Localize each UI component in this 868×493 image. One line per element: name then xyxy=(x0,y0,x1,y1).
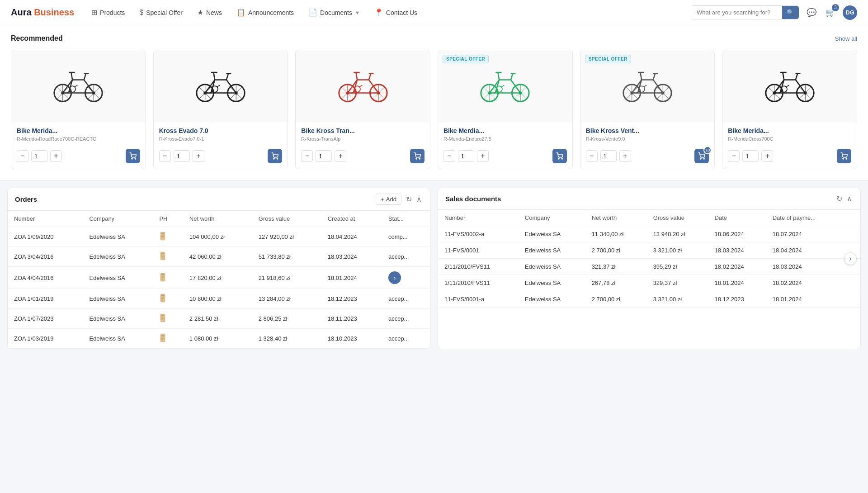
doc-company[interactable]: Edelweiss SA xyxy=(519,226,585,242)
chat-button[interactable]: 💬 xyxy=(805,6,818,19)
nav-label-documents: Documents xyxy=(320,9,352,16)
doc-company[interactable]: Edelweiss SA xyxy=(519,259,585,275)
ph-icon xyxy=(159,333,166,342)
order-number[interactable]: ZOA 3/04/2016 xyxy=(8,247,83,267)
order-company[interactable]: Edelweiss SA xyxy=(83,247,153,267)
refresh-orders-button[interactable]: ↻ xyxy=(405,194,413,204)
chat-icon: 💬 xyxy=(807,8,816,17)
doc-company[interactable]: Edelweiss SA xyxy=(519,242,585,259)
product-name: Bike Kross Tran... xyxy=(301,127,425,134)
dollar-icon: $ xyxy=(139,9,143,17)
qty-input[interactable] xyxy=(31,150,47,162)
product-image-area xyxy=(722,50,857,123)
svg-line-135 xyxy=(783,73,784,80)
svg-marker-36 xyxy=(205,80,236,93)
svg-line-89 xyxy=(511,74,513,80)
search-button[interactable]: 🔍 xyxy=(782,6,799,19)
bike-image xyxy=(193,68,248,104)
refresh-sales-button[interactable]: ↻ xyxy=(835,194,843,204)
order-company[interactable]: Edelweiss SA xyxy=(83,289,153,309)
doc-number[interactable]: 1/11/2010/FVS11 xyxy=(438,275,519,291)
table-row: ZOA 4/04/2016 Edelweiss SA 17 820,00 zł … xyxy=(8,267,430,289)
qty-decrease-button[interactable]: − xyxy=(443,150,455,162)
qty-decrease-button[interactable]: − xyxy=(301,150,313,162)
special-offer-badge: SPECIAL OFFER xyxy=(443,55,489,63)
add-to-cart-button[interactable]: 10 xyxy=(694,149,709,163)
sales-table-header-row: Number Company Net worth Gross value Dat… xyxy=(438,210,860,226)
search-input[interactable] xyxy=(691,6,782,19)
collapse-orders-button[interactable]: ∧ xyxy=(415,194,423,204)
add-to-cart-button[interactable] xyxy=(837,149,851,163)
order-number[interactable]: ZOA 1/07/2023 xyxy=(8,309,83,329)
avatar[interactable]: DG xyxy=(843,5,857,20)
order-company[interactable]: Edelweiss SA xyxy=(83,309,153,329)
doc-company[interactable]: Edelweiss SA xyxy=(519,291,585,308)
qty-increase-button[interactable]: + xyxy=(335,150,346,162)
doc-number[interactable]: 11-FVS/0002-a xyxy=(438,226,519,242)
collapse-sales-button[interactable]: ∧ xyxy=(846,194,853,204)
qty-input[interactable] xyxy=(174,150,190,162)
doc-payment-date: 18.01.2024 xyxy=(766,291,843,308)
doc-number[interactable]: 2/11/2010/FVS11 xyxy=(438,259,519,275)
scroll-right-button[interactable]: › xyxy=(844,252,857,265)
qty-increase-button[interactable]: + xyxy=(761,150,773,162)
order-number[interactable]: ZOA 1/09/2020 xyxy=(8,227,83,247)
qty-increase-button[interactable]: + xyxy=(477,150,489,162)
add-to-cart-button[interactable] xyxy=(410,149,425,163)
recommended-header: Recommended Show all xyxy=(11,34,857,43)
qty-increase-button[interactable]: + xyxy=(619,150,631,162)
location-icon: 📍 xyxy=(374,8,383,17)
svg-marker-108 xyxy=(632,80,663,93)
qty-decrease-button[interactable]: − xyxy=(728,150,740,162)
svg-rect-170 xyxy=(161,335,164,336)
doc-number[interactable]: 11-FVS/0001 xyxy=(438,242,519,259)
nav-item-products[interactable]: ⊞ Products xyxy=(85,5,131,20)
table-row: ZOA 1/09/2020 Edelweiss SA 104 000,00 zł… xyxy=(8,227,430,247)
qty-increase-button[interactable]: + xyxy=(193,150,204,162)
qty-input[interactable] xyxy=(742,150,759,162)
qty-increase-button[interactable]: + xyxy=(50,150,62,162)
add-order-button[interactable]: + Add xyxy=(376,194,401,205)
qty-input[interactable] xyxy=(600,150,617,162)
nav-item-documents[interactable]: 📄 Documents ▼ xyxy=(302,5,366,20)
col-company: Company xyxy=(83,211,153,227)
qty-decrease-button[interactable]: − xyxy=(586,150,598,162)
qty-decrease-button[interactable]: − xyxy=(159,150,171,162)
doc-date: 18.01.2024 xyxy=(708,275,766,291)
doc-company[interactable]: Edelweiss SA xyxy=(519,275,585,291)
nav-item-announcements[interactable]: 📋 Announcements xyxy=(230,5,300,20)
cart-icon xyxy=(414,152,421,160)
order-net: 104 000,00 zł xyxy=(183,227,252,247)
qty-input[interactable] xyxy=(458,150,474,162)
table-row: 11-FVS/0002-a Edelweiss SA 11 340,00 zł … xyxy=(438,226,860,242)
order-company[interactable]: Edelweiss SA xyxy=(83,227,153,247)
order-gross: 13 284,00 zł xyxy=(252,289,321,309)
order-created: 18.12.2023 xyxy=(321,289,382,309)
nav-item-special-offer[interactable]: $ Special Offer xyxy=(133,5,189,20)
add-to-cart-button[interactable] xyxy=(268,149,282,163)
sales-table-wrapper: Number Company Net worth Gross value Dat… xyxy=(438,210,860,308)
chevron-down-icon: ▼ xyxy=(355,10,360,15)
order-number[interactable]: ZOA 4/04/2016 xyxy=(8,267,83,289)
order-action-button[interactable]: › xyxy=(388,271,401,284)
add-to-cart-button[interactable] xyxy=(126,149,140,163)
product-name: Bike Merdia... xyxy=(443,127,567,134)
order-company[interactable]: Edelweiss SA xyxy=(83,267,153,289)
svg-marker-132 xyxy=(774,80,805,93)
nav-item-contact[interactable]: 📍 Contact Us xyxy=(368,5,424,20)
col-doc-gross: Gross value xyxy=(647,210,708,226)
order-number[interactable]: ZOA 1/01/2019 xyxy=(8,289,83,309)
product-name: Bike Kross Vent... xyxy=(586,127,709,134)
add-to-cart-button[interactable] xyxy=(552,149,567,163)
cart-button[interactable]: 🛒 3 xyxy=(824,6,837,19)
qty-decrease-button[interactable]: − xyxy=(17,150,28,162)
cart-icon xyxy=(840,152,848,160)
svg-rect-160 xyxy=(161,295,164,296)
order-number[interactable]: ZOA 1/03/2019 xyxy=(8,329,83,349)
doc-number[interactable]: 11-FVS/0001-a xyxy=(438,291,519,308)
doc-action-cell xyxy=(843,226,860,242)
show-all-link[interactable]: Show all xyxy=(835,35,857,42)
nav-item-news[interactable]: ★ News xyxy=(191,5,228,20)
order-company[interactable]: Edelweiss SA xyxy=(83,329,153,349)
qty-input[interactable] xyxy=(316,150,332,162)
